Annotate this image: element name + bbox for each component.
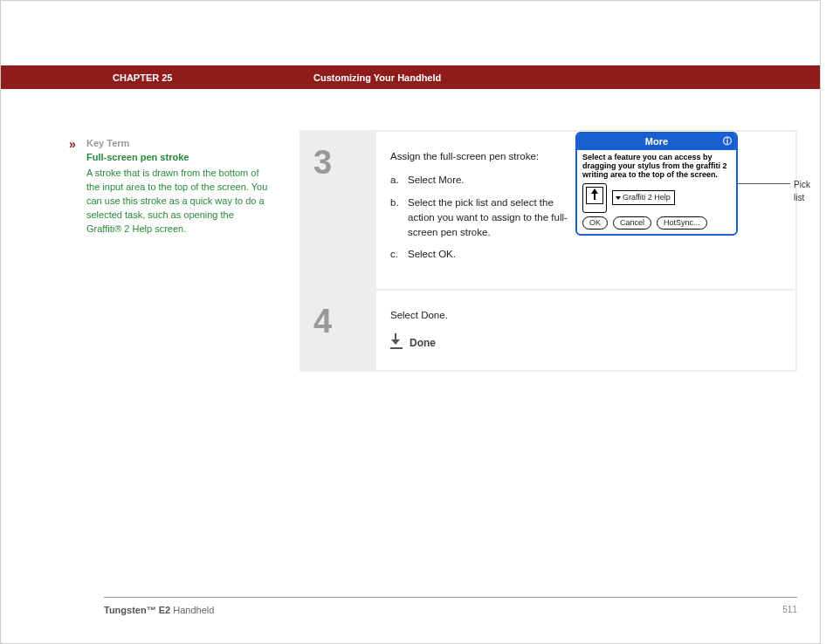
pen-stroke-picklist[interactable]: Graffiti 2 Help bbox=[612, 190, 675, 206]
substep-text: Select OK. bbox=[408, 247, 574, 262]
key-term-sidebar: » Key Term Full-screen pen stroke A stro… bbox=[86, 137, 270, 236]
step-intro: Select Done. bbox=[390, 308, 781, 323]
product-rest: Handheld bbox=[170, 605, 214, 615]
dialog-button-row: OK Cancel HotSync... bbox=[582, 216, 731, 230]
picklist-value: Graffiti 2 Help bbox=[623, 192, 671, 204]
dialog-title-text: More bbox=[645, 136, 668, 147]
hotsync-button[interactable]: HotSync... bbox=[657, 216, 707, 230]
ok-button[interactable]: OK bbox=[582, 216, 608, 230]
substep-marker: b. bbox=[390, 195, 408, 241]
footer-divider bbox=[104, 597, 797, 598]
chapter-title: Customizing Your Handheld bbox=[313, 72, 441, 83]
dialog-body: Select a feature you can access by dragg… bbox=[577, 150, 736, 235]
dialog-instruction: Select a feature you can access by dragg… bbox=[582, 153, 731, 180]
step-number: 4 bbox=[301, 291, 376, 370]
key-term-definition: A stroke that is drawn from the bottom o… bbox=[86, 167, 270, 236]
step-body: Assign the full-screen pen stroke: a. Se… bbox=[376, 132, 795, 289]
steps-container: 3 Assign the full-screen pen stroke: a. … bbox=[299, 130, 797, 372]
more-dialog: More ⓘ Select a feature you can access b… bbox=[575, 132, 738, 236]
step-number: 3 bbox=[301, 132, 376, 289]
manual-page: CHAPTER 25 Customizing Your Handheld » K… bbox=[0, 0, 821, 644]
step-body: Select Done. Done bbox=[376, 291, 795, 370]
key-term-label: Key Term bbox=[86, 138, 129, 148]
page-number: 511 bbox=[782, 605, 797, 615]
substep-marker: a. bbox=[390, 173, 408, 188]
dropdown-icon bbox=[616, 196, 621, 200]
product-name: Tungsten™ E2 Handheld bbox=[104, 605, 214, 615]
dialog-middle-row: Graffiti 2 Help bbox=[582, 183, 731, 213]
step-4: 4 Select Done. Done bbox=[301, 291, 795, 370]
chapter-header: CHAPTER 25 Customizing Your Handheld bbox=[1, 65, 820, 89]
handheld-icon bbox=[582, 183, 607, 213]
dialog-titlebar: More ⓘ bbox=[577, 134, 736, 150]
page-footer: Tungsten™ E2 Handheld 511 bbox=[104, 605, 797, 615]
product-bold: Tungsten™ E2 bbox=[104, 605, 170, 615]
done-arrow-icon bbox=[390, 337, 403, 349]
chevron-right-icon: » bbox=[69, 135, 76, 153]
substep-marker: c. bbox=[390, 247, 408, 262]
cancel-button[interactable]: Cancel bbox=[613, 216, 651, 230]
step-3: 3 Assign the full-screen pen stroke: a. … bbox=[301, 132, 795, 291]
done-row: Done bbox=[390, 335, 781, 351]
substep-text: Select the pick list and select the acti… bbox=[408, 195, 574, 241]
chapter-number: CHAPTER 25 bbox=[113, 72, 313, 83]
substep-c: c. Select OK. bbox=[390, 247, 781, 262]
arrow-up-icon bbox=[591, 188, 598, 194]
done-label: Done bbox=[410, 335, 436, 351]
info-icon[interactable]: ⓘ bbox=[722, 134, 733, 145]
callout-line bbox=[736, 183, 790, 184]
substep-text: Select More. bbox=[408, 173, 574, 188]
key-term-name: Full-screen pen stroke bbox=[86, 152, 189, 162]
picklist-callout: Pick list bbox=[794, 178, 810, 204]
